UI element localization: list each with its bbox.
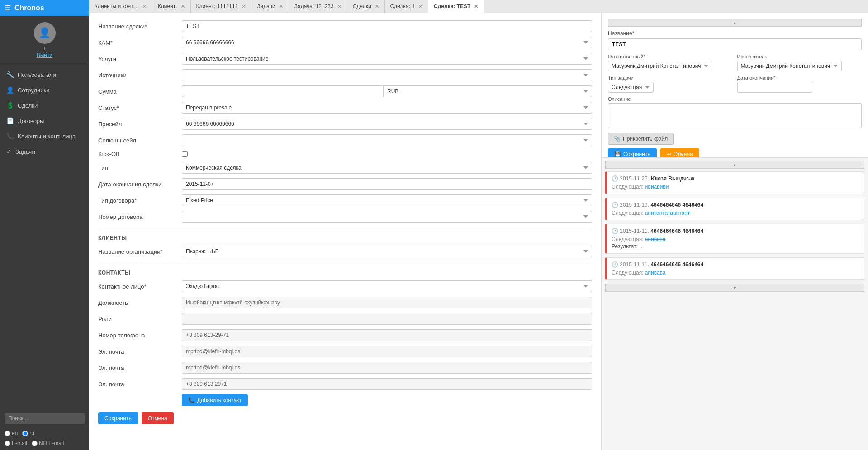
sidebar-item-tasks[interactable]: ✓ Задачи [0, 144, 89, 159]
nav-label-clients: Клиенты и конт. лица [18, 133, 76, 140]
tab-close-icon[interactable]: ✕ [337, 4, 342, 9]
task-type-label: Тип задачи [608, 75, 733, 81]
clock-icon-2: 🕐 [612, 202, 620, 208]
task-enddate-input[interactable] [737, 82, 812, 93]
lang-en-radio[interactable] [5, 431, 10, 436]
deal-cancel-button[interactable]: Отмена [142, 412, 174, 424]
task-enddate-col: Дата окончания* [737, 75, 862, 93]
tab-deals[interactable]: Сделки ✕ [347, 0, 385, 13]
tab-close-icon[interactable]: ✕ [279, 4, 283, 9]
search-input[interactable] [5, 413, 85, 424]
task-type-date-row: Тип задачи Следующая Дата окончания* [608, 75, 862, 93]
sub-label-4: Следующая: [612, 270, 645, 276]
phone-icon: 📞 [6, 133, 14, 140]
responsible-select[interactable]: Мазурчик Дмитрий Константинович [608, 61, 712, 71]
lang-ru-radio[interactable] [22, 431, 28, 436]
tab-task-121233[interactable]: Задача: 121233 ✕ [289, 0, 347, 13]
cards-scroll-down[interactable]: ▼ [605, 284, 864, 292]
scroll-up-arrow[interactable]: ▲ [608, 19, 862, 27]
tab-label: Сделка: TEST [434, 3, 470, 9]
kam-select[interactable]: 66 66666 66666666 [182, 37, 592, 48]
tab-close-icon[interactable]: ✕ [418, 4, 422, 9]
lang-en-option[interactable]: en [5, 430, 18, 436]
tab-close-icon[interactable]: ✕ [375, 4, 379, 9]
tab-clients-contacts[interactable]: Клиенты и конт.... ✕ [89, 0, 152, 13]
solution-select[interactable] [182, 134, 592, 146]
tab-close-icon[interactable]: ✕ [242, 4, 246, 9]
hamburger-icon[interactable]: ☰ [5, 4, 11, 12]
sources-select[interactable] [182, 69, 592, 81]
task-card-1-name: Ююзя Вьшдчъж [650, 175, 694, 182]
responsible-label: Ответственный* [608, 54, 733, 59]
kickoff-row: Kick-Off [98, 151, 592, 157]
tab-deal-test[interactable]: Сделка: TEST ✕ [428, 0, 484, 13]
tab-close-icon[interactable]: ✕ [474, 4, 478, 9]
attach-file-button[interactable]: 📎 Прикрепить файл [608, 133, 674, 145]
status-select[interactable]: Передан в presale [182, 102, 592, 114]
add-contact-button[interactable]: 📞 Добавить контакт [182, 394, 248, 406]
roles-label: Роли [98, 316, 182, 322]
task-card-3-header: 🕐 2015-11-11. 4646464646 4646464 [612, 228, 859, 234]
deal-save-button[interactable]: Сохранить [98, 412, 138, 424]
email2-label: Эл. почта [98, 365, 182, 371]
cards-scroll-up[interactable]: ▲ [605, 161, 864, 169]
right-panel: ▲ Название* Ответственный* Мазурчик Дмит… [601, 13, 868, 450]
presale-select[interactable]: 66 66666 66666666 [182, 118, 592, 130]
clock-icon-4: 🕐 [612, 261, 620, 268]
lang-options: en ru [0, 427, 89, 439]
no-email-radio[interactable] [32, 441, 38, 446]
contract-num-select[interactable] [182, 211, 592, 223]
task-card-1: 🕐 2015-11-25. Ююзя Вьшдчъж Следующая: ив… [605, 171, 864, 194]
task-card-2: 🕐 2015-11-19. 4646464646 4646464 Следующ… [605, 198, 864, 220]
task-type-select[interactable]: Следующая [608, 82, 654, 93]
lang-ru-option[interactable]: ru [22, 430, 34, 436]
kickoff-checkbox[interactable] [182, 151, 188, 157]
email-option[interactable]: E-mail [5, 440, 27, 446]
org-name-select[interactable]: Пьэрнж. ЬЬБ [182, 246, 592, 257]
kickoff-label: Kick-Off [98, 151, 182, 157]
sidebar-item-users[interactable]: 🔧 Пользователи [0, 67, 89, 82]
responsible-executor-row: Ответственный* Мазурчик Дмитрий Констант… [608, 54, 862, 71]
tab-close-icon[interactable]: ✕ [142, 4, 147, 9]
description-textarea[interactable] [608, 103, 862, 128]
check-icon: ✓ [6, 148, 12, 155]
tab-deal-1[interactable]: Сделка: 1 ✕ [385, 0, 428, 13]
tab-client-1111111[interactable]: Клиент: 1111111 ✕ [191, 0, 252, 13]
no-email-option[interactable]: NO E-mail [32, 440, 64, 446]
sidebar-item-employees[interactable]: 👤 Сотрудники [0, 82, 89, 98]
task-save-cancel-row: 💾 Сохранить ↩ Отмена [608, 148, 862, 158]
tab-client[interactable]: Клиент: ✕ [152, 0, 191, 13]
task-card-4: 🕐 2015-11-11. 4646464646 4646464 Следующ… [605, 257, 864, 280]
sidebar-item-clients[interactable]: 📞 Клиенты и конт. лица [0, 128, 89, 144]
task-cancel-button[interactable]: ↩ Отмена [660, 148, 699, 158]
sub-value-4: апивава [645, 270, 666, 276]
contract-type-select[interactable]: Fixed Price [182, 194, 592, 206]
sidebar-item-contracts[interactable]: 📄 Договоры [0, 113, 89, 128]
email2-input [182, 362, 592, 374]
org-name-label: Название организации* [98, 248, 182, 255]
task-save-button[interactable]: 💾 Сохранить [608, 148, 657, 158]
currency-select[interactable]: RUB [383, 85, 592, 97]
task-name-input[interactable] [608, 38, 862, 50]
end-date-label: Дата окончания сделки [98, 181, 182, 188]
end-date-row: Дата окончания сделки [98, 178, 592, 190]
logout-button[interactable]: Выйти [37, 52, 53, 58]
services-select[interactable]: Пользовательское тестирование [182, 53, 592, 65]
sidebar-item-deals[interactable]: 💲 Сделки [0, 98, 89, 113]
deal-title-input[interactable] [182, 20, 592, 32]
sub-label-2: Следующая: [612, 210, 645, 216]
contact-person-select[interactable]: Эхьдю Бцзос [182, 280, 592, 292]
executor-select[interactable]: Мазурчик Дмитрий Константинович [737, 61, 842, 71]
task-card-3-name: 4646464646 4646464 [650, 228, 703, 234]
tab-tasks[interactable]: Задачи ✕ [251, 0, 289, 13]
presale-label: Пресейл [98, 121, 182, 128]
tab-close-icon[interactable]: ✕ [181, 4, 185, 9]
task-card-2-date: 2015-11-19. [620, 202, 650, 208]
type-row: Тип Коммерческая сделка [98, 162, 592, 174]
type-select[interactable]: Коммерческая сделка [182, 162, 592, 174]
tab-label: Задача: 121233 [294, 3, 334, 9]
end-date-input[interactable] [182, 178, 592, 190]
deal-title-row: Название сделки* [98, 20, 592, 32]
email-radio[interactable] [5, 441, 10, 446]
sum-input[interactable] [182, 85, 383, 97]
